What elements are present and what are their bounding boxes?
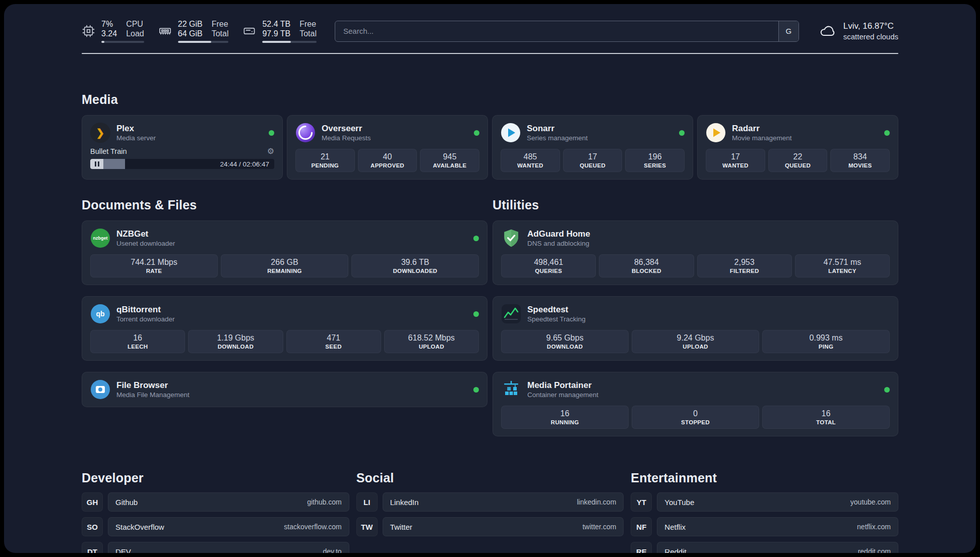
section-title-utilities: Utilities — [493, 198, 898, 212]
stat-tile-filtered: 2,953 FILTERED — [697, 254, 792, 277]
plex-now-playing: Bullet Train ⚙ 24:44 / 02:06:47 — [90, 147, 274, 169]
app-card-speedtest[interactable]: Speedtest Speedtest Tracking 9.65 Gbps D… — [493, 296, 898, 361]
stat-value: 16 — [561, 409, 570, 418]
bookmark-abbr: TW — [356, 517, 378, 536]
stat-tile-latency: 47.571 ms LATENCY — [795, 254, 890, 277]
bookmark-netflix[interactable]: NF Netflix netflix.com — [631, 517, 898, 536]
stat-tile-total: 16 TOTAL — [762, 406, 890, 429]
bookmark-twitter[interactable]: TW Twitter twitter.com — [356, 517, 624, 536]
bookmark-url: netflix.com — [857, 523, 891, 531]
status-online-dot — [473, 387, 479, 393]
stat-value: 618.52 Mbps — [408, 333, 455, 343]
app-title: NZBGet — [116, 229, 175, 239]
bookmark-reddit[interactable]: RE Reddit reddit.com — [631, 542, 898, 553]
stat-label: SERIES — [644, 162, 666, 169]
bookmark-abbr: DT — [82, 542, 103, 553]
bookmark-linkedin[interactable]: LI LinkedIn linkedin.com — [356, 492, 624, 512]
stat-label: LATENCY — [828, 268, 856, 274]
status-online-dot — [473, 311, 479, 317]
app-subtitle: Torrent downloader — [116, 315, 175, 324]
stat-label: APPROVED — [371, 162, 404, 169]
app-card-radarr[interactable]: Radarr Movie management 17 WANTED 22 QUE… — [697, 115, 898, 180]
bookmark-stackoverflow[interactable]: SO StackOverflow stackoverflow.com — [82, 517, 349, 536]
ram-metric: 22 GiB 64 GiB Free Total — [158, 19, 229, 43]
app-card-overseerr[interactable]: Overseerr Media Requests 21 PENDING 40 A… — [287, 115, 488, 180]
app-card-nzbget[interactable]: nzbget NZBGet Usenet downloader 74 — [82, 220, 487, 285]
app-card-sonarr[interactable]: Sonarr Series management 485 WANTED 17 Q… — [492, 115, 693, 180]
ram-free-value: 22 GiB — [178, 19, 203, 29]
stat-value: 945 — [443, 152, 457, 161]
bookmark-abbr: YT — [631, 492, 652, 512]
stat-tile-series: 196 SERIES — [625, 149, 685, 172]
disk-total-value: 97.9 TB — [262, 29, 290, 38]
section-documents: Documents & Files nzbget — [82, 198, 487, 436]
disk-progress-track — [262, 41, 317, 43]
bookmark-dev[interactable]: DT DEV dev.to — [82, 542, 349, 553]
stat-label: FILTERED — [730, 268, 759, 274]
search-input[interactable] — [335, 21, 778, 41]
app-subtitle: Container management — [527, 391, 598, 400]
stat-tile-movies: 834 MOVIES — [830, 149, 890, 172]
gear-icon[interactable]: ⚙ — [267, 147, 274, 155]
stat-tile-rate: 744.21 Mbps RATE — [90, 254, 218, 277]
bookmark-url: dev.to — [323, 547, 342, 553]
app-card-filebrowser[interactable]: File Browser Media File Management — [82, 372, 487, 407]
section-entertainment: Entertainment YT YouTube youtube.com NF … — [631, 471, 898, 553]
search-box[interactable]: G — [335, 21, 799, 42]
app-card-plex[interactable]: ❯ Plex Media server Bullet Train ⚙ — [82, 115, 283, 180]
ram-icon — [158, 24, 172, 38]
stat-tile-pending: 21 PENDING — [295, 149, 355, 172]
stat-value: 485 — [523, 152, 537, 161]
bookmark-abbr: NF — [631, 517, 652, 536]
bookmark-abbr: RE — [631, 542, 652, 553]
status-online-dot — [679, 130, 685, 136]
stat-value: 47.571 ms — [824, 258, 862, 267]
stat-label: SEED — [325, 344, 342, 350]
qbittorrent-icon: qb — [90, 304, 110, 324]
stat-label: PING — [819, 344, 833, 350]
stat-tile-upload: 618.52 Mbps UPLOAD — [384, 330, 479, 353]
svg-text:qb: qb — [96, 310, 104, 318]
stat-value: 9.65 Gbps — [546, 333, 584, 343]
app-card-adguard[interactable]: AdGuard Home DNS and adblocking 498,461 … — [493, 220, 898, 285]
stat-label: QUEUED — [580, 162, 605, 169]
section-media: Media ❯ Plex Media server — [82, 92, 898, 180]
ram-total-label: Total — [212, 29, 229, 38]
playback-progress-bar[interactable]: 24:44 / 02:06:47 — [90, 159, 274, 169]
stat-value: 16 — [822, 409, 831, 418]
filebrowser-icon — [90, 379, 110, 400]
stat-label: LEECH — [128, 344, 148, 350]
weather-location: Lviv, 16.87°C — [843, 21, 898, 32]
bookmark-youtube[interactable]: YT YouTube youtube.com — [631, 492, 898, 512]
status-online-dot — [269, 130, 274, 136]
search-engine-button[interactable]: G — [778, 21, 799, 41]
bookmark-name: YouTube — [664, 498, 694, 507]
now-playing-title: Bullet Train — [90, 147, 127, 155]
weather-condition: scattered clouds — [843, 32, 898, 42]
stat-tile-blocked: 86,384 BLOCKED — [599, 254, 694, 277]
section-title-developer: Developer — [82, 471, 349, 485]
bookmark-abbr: GH — [82, 492, 103, 512]
weather-widget: Lviv, 16.87°C scattered clouds — [817, 21, 898, 42]
app-card-portainer[interactable]: Media Portainer Container management 16 … — [493, 372, 898, 436]
stat-value: 17 — [588, 152, 597, 161]
app-title: AdGuard Home — [527, 229, 590, 239]
bookmark-github[interactable]: GH Github github.com — [82, 492, 349, 512]
pause-icon[interactable] — [90, 159, 103, 169]
stat-value: 9.24 Gbps — [677, 333, 714, 343]
disk-total-label: Total — [299, 29, 317, 38]
app-subtitle: Media File Management — [116, 391, 190, 400]
app-card-qbittorrent[interactable]: qb qBittorrent Torrent downloader — [82, 296, 487, 361]
stat-label: AVAILABLE — [433, 162, 467, 169]
stat-tile-ping: 0.993 ms PING — [762, 330, 890, 353]
stat-value: 2,953 — [734, 258, 755, 267]
app-title: Radarr — [732, 123, 792, 134]
app-subtitle: Speedtest Tracking — [527, 315, 586, 324]
ram-progress-fill — [178, 41, 211, 43]
app-title: Sonarr — [527, 123, 588, 134]
stat-label: RUNNING — [551, 419, 579, 425]
app-title: Overseerr — [322, 123, 371, 134]
stat-tile-remaining: 266 GB REMAINING — [221, 254, 348, 277]
section-utilities: Utilities — [493, 198, 898, 436]
stat-value: 266 GB — [271, 258, 298, 267]
